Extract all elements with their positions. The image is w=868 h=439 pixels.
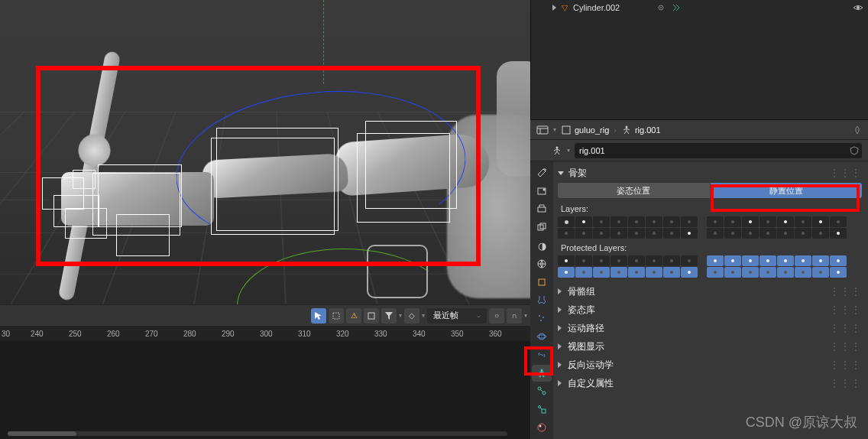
- layer-cell[interactable]: [830, 267, 847, 278]
- expand-icon[interactable]: [558, 288, 562, 294]
- layer-cell[interactable]: [742, 216, 759, 227]
- layer-cell[interactable]: [611, 228, 627, 239]
- layer-cell[interactable]: [646, 267, 662, 278]
- panel-grip-icon[interactable]: ⋮⋮⋮: [830, 286, 862, 297]
- tab-bone[interactable]: [532, 383, 552, 400]
- layer-cell[interactable]: [575, 267, 592, 278]
- bone-wire-finger[interactable]: [116, 214, 170, 256]
- layer-cell[interactable]: [777, 267, 794, 278]
- layer-cell[interactable]: [575, 216, 592, 227]
- select-tool-button[interactable]: [311, 308, 326, 324]
- pin-icon[interactable]: [853, 125, 862, 135]
- keying-button[interactable]: ○: [489, 308, 504, 324]
- layer-cell[interactable]: [707, 228, 724, 239]
- tab-constraints[interactable]: [532, 346, 552, 363]
- layer-cell[interactable]: [830, 216, 847, 227]
- rest-position-button[interactable]: 静置位置: [711, 183, 863, 198]
- layer-cell[interactable]: [707, 216, 724, 227]
- section-viewport-display[interactable]: 视图显示⋮⋮⋮: [558, 337, 862, 356]
- layer-cell[interactable]: [646, 228, 662, 239]
- viewport-3d[interactable]: [0, 0, 530, 304]
- layer-cell[interactable]: [724, 267, 741, 278]
- layer-cell[interactable]: [593, 267, 610, 278]
- bone-wire-finger[interactable]: [65, 208, 107, 239]
- layer-cell[interactable]: [593, 228, 610, 239]
- view-button[interactable]: [364, 308, 379, 324]
- layer-cell[interactable]: [611, 267, 627, 278]
- layer-cell[interactable]: [830, 255, 847, 266]
- outliner-item-cylinder[interactable]: ▽ Cylinder.002: [531, 0, 868, 15]
- panel-grip-icon[interactable]: ⋮⋮⋮: [830, 359, 862, 370]
- layer-cell[interactable]: [663, 216, 680, 227]
- layer-cell[interactable]: [611, 216, 627, 227]
- layer-cell[interactable]: [795, 255, 811, 266]
- layer-cell[interactable]: [628, 228, 645, 239]
- box-select-button[interactable]: [329, 308, 344, 324]
- layer-cell[interactable]: [646, 216, 662, 227]
- layer-cell[interactable]: [777, 255, 794, 266]
- tab-physics[interactable]: [532, 328, 552, 345]
- layer-cell[interactable]: [558, 267, 575, 278]
- layer-cell[interactable]: [663, 255, 680, 266]
- panel-grip-icon[interactable]: ⋮⋮⋮: [830, 167, 862, 178]
- tab-armature-data[interactable]: [532, 365, 552, 382]
- section-pose-library[interactable]: 姿态库⋮⋮⋮: [558, 301, 862, 319]
- timeline-ruler[interactable]: 30 240 250 260 270 280 290 300 310 320 3…: [0, 326, 530, 341]
- bone-wire-forearm[interactable]: [216, 128, 338, 231]
- layer-cell[interactable]: [812, 267, 829, 278]
- section-custom-props[interactable]: 自定义属性⋮⋮⋮: [558, 374, 862, 392]
- layer-cell[interactable]: [724, 255, 741, 266]
- layer-cell[interactable]: [760, 216, 776, 227]
- layer-cell[interactable]: [760, 228, 776, 239]
- layer-cell[interactable]: [681, 228, 698, 239]
- layer-cell[interactable]: [795, 216, 811, 227]
- expand-icon[interactable]: [558, 362, 562, 368]
- tab-scene[interactable]: ◑: [532, 237, 552, 254]
- timeline-body[interactable]: [0, 341, 530, 439]
- restrict-select-icon[interactable]: [656, 3, 666, 12]
- layer-cell[interactable]: [593, 216, 610, 227]
- timeline-scrollbar[interactable]: [8, 431, 507, 436]
- editor-type-icon[interactable]: [536, 124, 549, 136]
- tab-modifiers[interactable]: [532, 292, 552, 309]
- outliner-panel[interactable]: ▽ Cylinder.002: [530, 0, 868, 119]
- layer-cell[interactable]: [628, 255, 645, 266]
- layer-cell[interactable]: [575, 228, 592, 239]
- layer-cell[interactable]: [742, 228, 759, 239]
- breadcrumb-scene[interactable]: guluo_rig: [561, 125, 609, 135]
- layer-cell[interactable]: [628, 267, 645, 278]
- layer-cell[interactable]: [646, 255, 662, 266]
- panel-grip-icon[interactable]: ⋮⋮⋮: [830, 341, 862, 352]
- filter-button[interactable]: [381, 308, 397, 324]
- layer-cell[interactable]: [681, 267, 698, 278]
- tab-render[interactable]: [532, 183, 552, 200]
- layer-cell[interactable]: [830, 228, 847, 239]
- layer-cell[interactable]: [558, 255, 575, 266]
- tab-object[interactable]: [532, 274, 552, 291]
- tab-output[interactable]: [532, 201, 552, 218]
- layer-cell[interactable]: [681, 216, 698, 227]
- layer-cell[interactable]: [724, 228, 741, 239]
- panel-grip-icon[interactable]: ⋮⋮⋮: [830, 304, 862, 315]
- tab-bone-constraint[interactable]: [532, 401, 552, 418]
- section-inverse-kinematics[interactable]: 反向运动学⋮⋮⋮: [558, 356, 862, 374]
- pose-position-button[interactable]: 姿态位置: [558, 183, 711, 198]
- breadcrumb-object[interactable]: rig.001: [621, 125, 661, 135]
- panel-grip-icon[interactable]: ⋮⋮⋮: [830, 378, 862, 389]
- layer-cell[interactable]: [575, 255, 592, 266]
- layer-cell[interactable]: [558, 216, 575, 227]
- layer-cell[interactable]: [628, 216, 645, 227]
- tab-viewlayer[interactable]: [532, 219, 552, 236]
- modifier-icon[interactable]: [672, 3, 681, 12]
- layer-cell[interactable]: [707, 267, 724, 278]
- collapse-icon[interactable]: [558, 171, 564, 175]
- layer-cell[interactable]: [558, 228, 575, 239]
- tab-material[interactable]: [532, 419, 552, 436]
- panel-grip-icon[interactable]: ⋮⋮⋮: [830, 323, 862, 333]
- expand-icon[interactable]: [558, 380, 562, 386]
- layer-cell[interactable]: [777, 228, 794, 239]
- tab-world[interactable]: [532, 255, 552, 272]
- tab-particles[interactable]: [532, 310, 552, 327]
- layer-cell[interactable]: [795, 267, 811, 278]
- fake-user-icon[interactable]: [850, 146, 859, 155]
